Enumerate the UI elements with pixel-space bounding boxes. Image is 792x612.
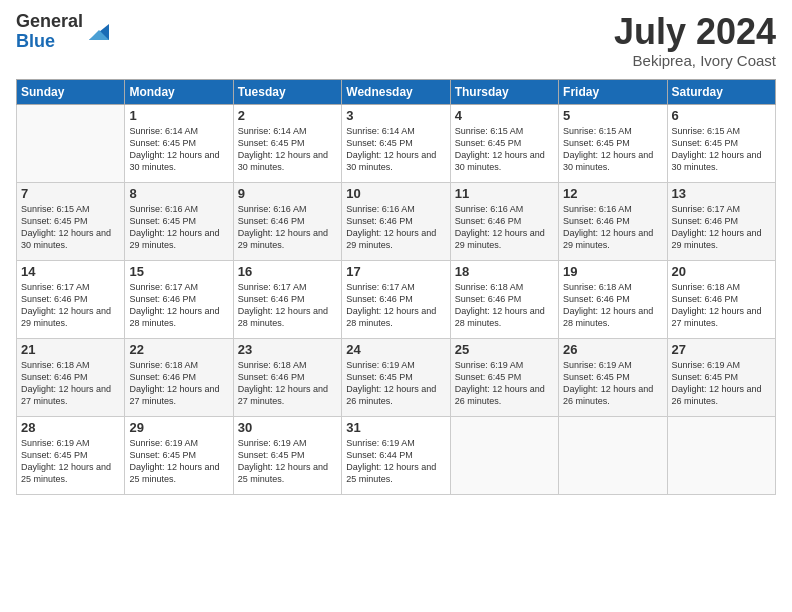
- day-info: Sunrise: 6:18 AM Sunset: 6:46 PM Dayligh…: [455, 281, 554, 330]
- day-info: Sunrise: 6:15 AM Sunset: 6:45 PM Dayligh…: [563, 125, 662, 174]
- calendar-cell: 31Sunrise: 6:19 AM Sunset: 6:44 PM Dayli…: [342, 416, 450, 494]
- day-number: 23: [238, 342, 337, 357]
- day-info: Sunrise: 6:19 AM Sunset: 6:45 PM Dayligh…: [672, 359, 771, 408]
- day-info: Sunrise: 6:18 AM Sunset: 6:46 PM Dayligh…: [238, 359, 337, 408]
- day-info: Sunrise: 6:16 AM Sunset: 6:46 PM Dayligh…: [455, 203, 554, 252]
- calendar-cell: 23Sunrise: 6:18 AM Sunset: 6:46 PM Dayli…: [233, 338, 341, 416]
- logo-icon: [85, 20, 109, 44]
- calendar-cell: [559, 416, 667, 494]
- day-number: 31: [346, 420, 445, 435]
- day-info: Sunrise: 6:14 AM Sunset: 6:45 PM Dayligh…: [129, 125, 228, 174]
- day-number: 2: [238, 108, 337, 123]
- calendar-header: Sunday Monday Tuesday Wednesday Thursday…: [17, 79, 776, 104]
- calendar-cell: 5Sunrise: 6:15 AM Sunset: 6:45 PM Daylig…: [559, 104, 667, 182]
- header-thursday: Thursday: [450, 79, 558, 104]
- day-number: 17: [346, 264, 445, 279]
- calendar-cell: 15Sunrise: 6:17 AM Sunset: 6:46 PM Dayli…: [125, 260, 233, 338]
- logo-general: General: [16, 12, 83, 32]
- calendar-cell: 19Sunrise: 6:18 AM Sunset: 6:46 PM Dayli…: [559, 260, 667, 338]
- day-info: Sunrise: 6:15 AM Sunset: 6:45 PM Dayligh…: [21, 203, 120, 252]
- day-number: 1: [129, 108, 228, 123]
- calendar-row-3: 21Sunrise: 6:18 AM Sunset: 6:46 PM Dayli…: [17, 338, 776, 416]
- calendar-cell: 21Sunrise: 6:18 AM Sunset: 6:46 PM Dayli…: [17, 338, 125, 416]
- day-number: 4: [455, 108, 554, 123]
- day-info: Sunrise: 6:16 AM Sunset: 6:46 PM Dayligh…: [563, 203, 662, 252]
- day-info: Sunrise: 6:18 AM Sunset: 6:46 PM Dayligh…: [129, 359, 228, 408]
- calendar-cell: 1Sunrise: 6:14 AM Sunset: 6:45 PM Daylig…: [125, 104, 233, 182]
- day-number: 16: [238, 264, 337, 279]
- day-number: 13: [672, 186, 771, 201]
- day-info: Sunrise: 6:17 AM Sunset: 6:46 PM Dayligh…: [21, 281, 120, 330]
- day-info: Sunrise: 6:16 AM Sunset: 6:46 PM Dayligh…: [346, 203, 445, 252]
- day-info: Sunrise: 6:18 AM Sunset: 6:46 PM Dayligh…: [563, 281, 662, 330]
- day-info: Sunrise: 6:17 AM Sunset: 6:46 PM Dayligh…: [346, 281, 445, 330]
- calendar-cell: 12Sunrise: 6:16 AM Sunset: 6:46 PM Dayli…: [559, 182, 667, 260]
- header-row: Sunday Monday Tuesday Wednesday Thursday…: [17, 79, 776, 104]
- calendar-cell: 28Sunrise: 6:19 AM Sunset: 6:45 PM Dayli…: [17, 416, 125, 494]
- day-number: 25: [455, 342, 554, 357]
- day-info: Sunrise: 6:14 AM Sunset: 6:45 PM Dayligh…: [346, 125, 445, 174]
- day-number: 12: [563, 186, 662, 201]
- calendar-cell: 3Sunrise: 6:14 AM Sunset: 6:45 PM Daylig…: [342, 104, 450, 182]
- day-info: Sunrise: 6:14 AM Sunset: 6:45 PM Dayligh…: [238, 125, 337, 174]
- day-info: Sunrise: 6:19 AM Sunset: 6:45 PM Dayligh…: [238, 437, 337, 486]
- day-info: Sunrise: 6:17 AM Sunset: 6:46 PM Dayligh…: [238, 281, 337, 330]
- day-info: Sunrise: 6:18 AM Sunset: 6:46 PM Dayligh…: [672, 281, 771, 330]
- month-title: July 2024: [614, 12, 776, 52]
- day-info: Sunrise: 6:19 AM Sunset: 6:45 PM Dayligh…: [455, 359, 554, 408]
- calendar-body: 1Sunrise: 6:14 AM Sunset: 6:45 PM Daylig…: [17, 104, 776, 494]
- day-number: 6: [672, 108, 771, 123]
- calendar-cell: 9Sunrise: 6:16 AM Sunset: 6:46 PM Daylig…: [233, 182, 341, 260]
- logo: General Blue: [16, 12, 109, 52]
- calendar-row-0: 1Sunrise: 6:14 AM Sunset: 6:45 PM Daylig…: [17, 104, 776, 182]
- day-info: Sunrise: 6:17 AM Sunset: 6:46 PM Dayligh…: [672, 203, 771, 252]
- day-number: 5: [563, 108, 662, 123]
- day-number: 15: [129, 264, 228, 279]
- day-info: Sunrise: 6:15 AM Sunset: 6:45 PM Dayligh…: [455, 125, 554, 174]
- day-number: 24: [346, 342, 445, 357]
- day-number: 27: [672, 342, 771, 357]
- day-number: 30: [238, 420, 337, 435]
- header: General Blue July 2024 Bekiprea, Ivory C…: [16, 12, 776, 69]
- calendar-cell: 24Sunrise: 6:19 AM Sunset: 6:45 PM Dayli…: [342, 338, 450, 416]
- day-info: Sunrise: 6:17 AM Sunset: 6:46 PM Dayligh…: [129, 281, 228, 330]
- calendar-row-2: 14Sunrise: 6:17 AM Sunset: 6:46 PM Dayli…: [17, 260, 776, 338]
- calendar-cell: 18Sunrise: 6:18 AM Sunset: 6:46 PM Dayli…: [450, 260, 558, 338]
- header-saturday: Saturday: [667, 79, 775, 104]
- calendar-cell: 11Sunrise: 6:16 AM Sunset: 6:46 PM Dayli…: [450, 182, 558, 260]
- title-section: July 2024 Bekiprea, Ivory Coast: [614, 12, 776, 69]
- day-number: 22: [129, 342, 228, 357]
- day-info: Sunrise: 6:16 AM Sunset: 6:45 PM Dayligh…: [129, 203, 228, 252]
- day-info: Sunrise: 6:19 AM Sunset: 6:44 PM Dayligh…: [346, 437, 445, 486]
- calendar-cell: [17, 104, 125, 182]
- day-number: 8: [129, 186, 228, 201]
- calendar-table: Sunday Monday Tuesday Wednesday Thursday…: [16, 79, 776, 495]
- calendar-cell: [450, 416, 558, 494]
- calendar-cell: 26Sunrise: 6:19 AM Sunset: 6:45 PM Dayli…: [559, 338, 667, 416]
- day-number: 26: [563, 342, 662, 357]
- calendar-cell: 30Sunrise: 6:19 AM Sunset: 6:45 PM Dayli…: [233, 416, 341, 494]
- day-number: 21: [21, 342, 120, 357]
- logo-blue: Blue: [16, 32, 83, 52]
- day-info: Sunrise: 6:16 AM Sunset: 6:46 PM Dayligh…: [238, 203, 337, 252]
- calendar-cell: 6Sunrise: 6:15 AM Sunset: 6:45 PM Daylig…: [667, 104, 775, 182]
- day-number: 28: [21, 420, 120, 435]
- header-wednesday: Wednesday: [342, 79, 450, 104]
- day-info: Sunrise: 6:18 AM Sunset: 6:46 PM Dayligh…: [21, 359, 120, 408]
- calendar-cell: 8Sunrise: 6:16 AM Sunset: 6:45 PM Daylig…: [125, 182, 233, 260]
- day-number: 20: [672, 264, 771, 279]
- calendar-cell: 2Sunrise: 6:14 AM Sunset: 6:45 PM Daylig…: [233, 104, 341, 182]
- day-number: 14: [21, 264, 120, 279]
- calendar-cell: [667, 416, 775, 494]
- calendar-row-4: 28Sunrise: 6:19 AM Sunset: 6:45 PM Dayli…: [17, 416, 776, 494]
- calendar-cell: 7Sunrise: 6:15 AM Sunset: 6:45 PM Daylig…: [17, 182, 125, 260]
- logo-text: General Blue: [16, 12, 83, 52]
- calendar-cell: 10Sunrise: 6:16 AM Sunset: 6:46 PM Dayli…: [342, 182, 450, 260]
- header-friday: Friday: [559, 79, 667, 104]
- calendar-row-1: 7Sunrise: 6:15 AM Sunset: 6:45 PM Daylig…: [17, 182, 776, 260]
- calendar-cell: 29Sunrise: 6:19 AM Sunset: 6:45 PM Dayli…: [125, 416, 233, 494]
- header-monday: Monday: [125, 79, 233, 104]
- header-tuesday: Tuesday: [233, 79, 341, 104]
- calendar-cell: 16Sunrise: 6:17 AM Sunset: 6:46 PM Dayli…: [233, 260, 341, 338]
- calendar-cell: 13Sunrise: 6:17 AM Sunset: 6:46 PM Dayli…: [667, 182, 775, 260]
